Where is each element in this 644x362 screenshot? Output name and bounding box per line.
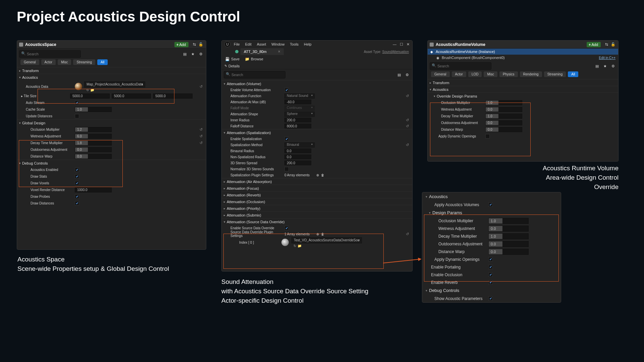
bin-radius-val[interactable]: 0.0 bbox=[284, 148, 311, 153]
section-acoustics[interactable]: Acoustics bbox=[422, 192, 561, 201]
gear-icon[interactable]: ⚙ bbox=[610, 63, 616, 69]
reset-icon[interactable]: ↺ bbox=[200, 134, 203, 138]
filter-actor[interactable]: Actor bbox=[41, 59, 56, 65]
apply-dynamic-check[interactable] bbox=[488, 257, 493, 261]
warp-val[interactable]: 0.0 bbox=[485, 127, 522, 132]
section-debug[interactable]: Debug Controls bbox=[422, 286, 561, 295]
filter-general[interactable]: General bbox=[20, 59, 39, 65]
menu-tools[interactable]: Tools bbox=[290, 42, 299, 46]
draw-voxels-check[interactable] bbox=[75, 181, 79, 185]
menu-asset[interactable]: Asset bbox=[257, 42, 266, 46]
browse-button[interactable]: 📁 Browse bbox=[245, 57, 263, 61]
add-button[interactable]: Add bbox=[174, 42, 189, 47]
src-enable-check[interactable] bbox=[284, 226, 289, 230]
wetness-val[interactable]: 6.0 bbox=[75, 134, 112, 139]
reset-icon[interactable]: ↺ bbox=[406, 118, 409, 122]
filter-all[interactable]: All bbox=[97, 59, 108, 65]
enable-portal-check[interactable] bbox=[488, 265, 493, 269]
enable-occl-check[interactable] bbox=[488, 273, 493, 277]
cat-att-air[interactable]: Attenuation (Air Absorption) bbox=[222, 178, 412, 185]
cat-att-spatial[interactable]: Attenuation (Spatialization) bbox=[222, 129, 412, 136]
shape-select[interactable]: Sphere bbox=[284, 112, 315, 117]
spread-val[interactable]: 200.0 bbox=[284, 161, 311, 165]
update-distances-check[interactable] bbox=[75, 114, 79, 118]
lock-icon[interactable]: 🔓 bbox=[198, 42, 204, 48]
decay-val[interactable]: 1.0 bbox=[488, 233, 529, 239]
warp-val[interactable]: 0.0 bbox=[75, 154, 112, 159]
lock-icon[interactable]: 🔓 bbox=[610, 42, 616, 48]
grid-icon[interactable]: ▤ bbox=[594, 63, 600, 69]
inner-val[interactable]: 200.0 bbox=[284, 118, 311, 122]
menu-file[interactable]: File bbox=[234, 42, 240, 46]
occlusion-val[interactable]: 1.0 bbox=[485, 100, 522, 105]
spat-method-select[interactable]: Binaural bbox=[284, 142, 315, 147]
att-func-select[interactable]: Natural Sound bbox=[284, 94, 315, 99]
link-icon[interactable]: ⇆ bbox=[191, 42, 197, 48]
minimize-icon[interactable]: — bbox=[393, 42, 396, 47]
reset-icon[interactable]: ↺ bbox=[200, 127, 203, 132]
category-acoustics[interactable]: Acoustics bbox=[17, 74, 206, 80]
refresh-icon[interactable]: ↻ bbox=[293, 244, 296, 248]
array-add-icon[interactable]: ⊕ bbox=[316, 173, 319, 177]
tab-close-icon[interactable]: × bbox=[278, 49, 280, 54]
add-button[interactable]: Add bbox=[587, 42, 601, 47]
category-transform[interactable]: Transform bbox=[428, 79, 618, 86]
draw-probes-check[interactable] bbox=[75, 194, 79, 199]
array-trash-icon[interactable]: 🗑 bbox=[321, 173, 324, 177]
maximize-icon[interactable]: ☐ bbox=[400, 42, 403, 47]
filter-lod[interactable]: LOD bbox=[468, 71, 482, 77]
cat-att-volume[interactable]: Attenuation (Volume) bbox=[222, 80, 412, 87]
filter-rendering[interactable]: Rendering bbox=[520, 71, 542, 77]
array-add-icon[interactable]: ⊕ bbox=[316, 232, 319, 236]
reset-icon[interactable]: ↺ bbox=[200, 141, 203, 145]
folder-icon[interactable]: 📁 bbox=[298, 244, 302, 248]
src-asset-dropdown[interactable]: Test_VO_AcousticsSourceDataOverrideSou bbox=[291, 237, 362, 243]
filter-misc[interactable]: Misc bbox=[484, 71, 497, 77]
falloff-dist-val[interactable]: 8000.0 bbox=[284, 124, 311, 128]
tree-child-row[interactable]: ◉BrushComponent (BrushComponent0)Edit in… bbox=[428, 55, 618, 61]
apply-dynamic-check[interactable] bbox=[485, 134, 490, 138]
draw-stats-check[interactable] bbox=[75, 174, 79, 179]
tree-root-row[interactable]: ◆AcousticsRuntimeVolume (Instance) bbox=[428, 49, 618, 55]
cat-att-focus[interactable]: Attenuation (Focus) bbox=[222, 185, 412, 191]
filter-general[interactable]: General bbox=[431, 71, 450, 77]
menu-window[interactable]: Window bbox=[271, 42, 284, 46]
gear-icon[interactable]: ⚙ bbox=[404, 72, 410, 78]
filter-streaming[interactable]: Streaming bbox=[73, 59, 95, 65]
search-input[interactable] bbox=[224, 71, 285, 78]
tile-z[interactable]: 5000.0 bbox=[153, 94, 193, 99]
auto-stream-check[interactable] bbox=[75, 101, 79, 105]
filter-misc[interactable]: Misc bbox=[58, 59, 71, 65]
category-acoustics[interactable]: Acoustics bbox=[428, 86, 618, 93]
cache-scale[interactable]: 1.0 bbox=[75, 107, 112, 112]
reset-icon[interactable]: ↺ bbox=[406, 143, 409, 147]
category-debug[interactable]: Debug Controls bbox=[17, 160, 206, 166]
apply-vol-check[interactable] bbox=[488, 202, 493, 207]
tile-y[interactable]: 5000.0 bbox=[112, 94, 151, 99]
filter-all[interactable]: All bbox=[568, 71, 578, 77]
acoustics-data-dropdown[interactable]: Map_ProjectAcoustics_AcousticsData bbox=[84, 81, 145, 87]
menu-help[interactable]: Help bbox=[304, 42, 312, 46]
wetness-val[interactable]: 0.0 bbox=[488, 226, 529, 232]
enable-spat-check[interactable] bbox=[284, 137, 289, 141]
search-input[interactable] bbox=[430, 62, 491, 70]
details-tab[interactable]: Details bbox=[222, 63, 412, 69]
decay-val[interactable]: 1.0 bbox=[485, 114, 522, 119]
section-design-params[interactable]: Design Params bbox=[422, 208, 561, 217]
reset-icon[interactable]: ↺ bbox=[200, 84, 203, 89]
decay-val[interactable]: 1.8 bbox=[75, 140, 112, 145]
outdoor-val[interactable]: 0.0 bbox=[485, 120, 522, 125]
nonspat-val[interactable]: 0.0 bbox=[284, 155, 311, 159]
save-button[interactable]: 💾 Save bbox=[225, 57, 239, 61]
warp-val[interactable]: 0.0 bbox=[488, 249, 529, 255]
voxel-dist-val[interactable]: 1000.0 bbox=[75, 187, 112, 192]
gear-icon[interactable]: ⚙ bbox=[198, 51, 204, 57]
outdoor-val[interactable]: 0.0 bbox=[488, 241, 529, 247]
draw-distances-check[interactable] bbox=[75, 201, 79, 205]
star-icon[interactable]: ★ bbox=[190, 51, 196, 57]
outdoor-val[interactable]: 0.0 bbox=[75, 147, 112, 152]
occlusion-val[interactable]: 1.2 bbox=[75, 127, 112, 132]
acoustics-enabled-check[interactable] bbox=[75, 168, 79, 172]
enable-vol-check[interactable] bbox=[284, 88, 289, 92]
reset-icon[interactable]: ↺ bbox=[406, 94, 409, 98]
